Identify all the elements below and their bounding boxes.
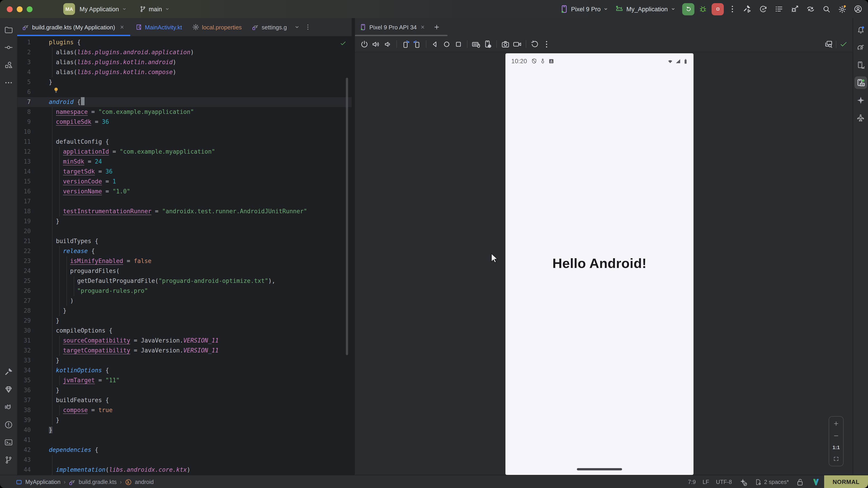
close-icon[interactable] (420, 24, 426, 30)
code-line[interactable]: 6 (17, 87, 352, 97)
code-line[interactable]: 42dependencies { (17, 445, 352, 455)
tool-stripe-commit-button[interactable] (2, 41, 15, 54)
code-line[interactable]: 35 jvmTarget = "11" (17, 376, 352, 385)
ai-assistant-off-icon[interactable] (739, 477, 748, 486)
volume-down-button[interactable] (382, 38, 394, 50)
code-line[interactable]: 28 } (17, 306, 352, 316)
stop-button[interactable] (712, 3, 724, 15)
hammer-play-icon[interactable] (743, 4, 752, 13)
breadcrumb-item[interactable]: android (125, 478, 154, 486)
code-line[interactable]: 5} (17, 77, 352, 87)
volume-up-button[interactable] (370, 38, 382, 50)
code-line[interactable]: 27 ) (17, 296, 352, 306)
code-line[interactable]: 43 (17, 455, 352, 465)
code-line[interactable]: 21 buildTypes { (17, 236, 352, 246)
code-line[interactable]: 17 (17, 197, 352, 206)
breadcrumb-item[interactable]: build.gradle.kts (69, 478, 117, 486)
tool-stripe-logcat-button[interactable] (2, 401, 15, 414)
device-tab[interactable]: Pixel 9 Pro API 34 (355, 18, 430, 36)
device-settings-button[interactable] (482, 38, 494, 50)
tool-stripe-shapes-button[interactable] (2, 59, 15, 71)
breadcrumb-item[interactable]: MyApplication (16, 478, 61, 486)
tool-stripe-gem-button[interactable] (2, 383, 15, 396)
editor-tab[interactable]: local.properties (187, 18, 247, 36)
reset-button[interactable] (529, 38, 541, 50)
rerun-button[interactable] (682, 3, 694, 15)
gear-dot-icon[interactable] (838, 4, 847, 13)
more-v-icon[interactable] (305, 24, 312, 31)
minimize-window-button[interactable] (17, 6, 23, 12)
tool-stripe-folder-button[interactable] (2, 24, 15, 36)
code-line[interactable]: 14 targetSdk = 36 (17, 167, 352, 177)
code-line[interactable]: 26 "proguard-rules.pro" (17, 286, 352, 296)
code-line[interactable]: 2 alias(libs.plugins.android.application… (17, 47, 352, 57)
zoom-out-icon[interactable] (833, 432, 839, 439)
add-device-tab-button[interactable] (430, 18, 443, 36)
code-line[interactable]: 1plugins { (17, 37, 352, 47)
screen-record-button[interactable] (511, 38, 523, 50)
emulator-screen[interactable]: 10:20 A Hello Android! (505, 53, 693, 475)
editor-splitter[interactable] (352, 18, 355, 475)
ui-check-icon[interactable] (824, 40, 833, 49)
intention-bulb-icon[interactable] (53, 87, 60, 97)
close-window-button[interactable] (7, 6, 13, 12)
code-line[interactable]: 18 testInstrumentationRunner = "androidx… (17, 206, 352, 217)
tool-stripe-bell-button[interactable] (855, 24, 867, 36)
code-line[interactable]: 10 (17, 127, 352, 137)
code-line[interactable]: 15 versionCode = 1 (17, 177, 352, 187)
user-icon[interactable] (854, 4, 863, 13)
search-icon[interactable] (822, 4, 831, 13)
code-line[interactable]: 8 namespace = "com.example.myapplication… (17, 107, 352, 117)
tool-stripe-more-h-button[interactable] (2, 76, 15, 89)
more-v-button[interactable] (541, 38, 553, 50)
rotate-left-button[interactable] (400, 38, 411, 50)
code-line[interactable]: 44 implementation(libs.androidx.core.ktx… (17, 465, 352, 475)
debug-icon[interactable] (699, 4, 708, 13)
indent-setting[interactable]: 2 spaces* (754, 478, 789, 486)
tool-stripe-problems-button[interactable] (2, 418, 15, 431)
ideavim-icon[interactable] (811, 477, 820, 486)
code-line[interactable]: 36 } (17, 385, 352, 395)
encoding[interactable]: UTF-8 (716, 479, 732, 485)
zoom-reset-button[interactable]: 1:1 (833, 445, 840, 450)
zoom-in-icon[interactable] (833, 420, 839, 427)
code-line[interactable]: 39 } (17, 415, 352, 425)
code-line[interactable]: 13 minSdk = 24 (17, 157, 352, 167)
caret-position[interactable]: 7:9 (688, 479, 696, 485)
check-icon[interactable] (839, 40, 848, 49)
code-line[interactable]: 37 buildFeatures { (17, 395, 352, 405)
home-button[interactable] (441, 38, 453, 50)
keyboard-button[interactable] (470, 38, 482, 50)
tool-stripe-running-devices-button[interactable] (855, 76, 867, 89)
editor-tab[interactable]: settings.g (247, 18, 292, 36)
bug-arrow-icon[interactable] (790, 4, 799, 13)
unlock-icon[interactable] (796, 477, 805, 486)
close-icon[interactable] (119, 24, 125, 30)
update-icon[interactable] (806, 4, 815, 13)
editor-scrollbar[interactable] (346, 78, 348, 355)
code-line[interactable]: 3 alias(libs.plugins.kotlin.android) (17, 57, 352, 67)
code-editor[interactable]: 1plugins {2 alias(libs.plugins.android.a… (17, 36, 352, 475)
code-line[interactable]: 34 kotlinOptions { (17, 365, 352, 376)
code-line[interactable]: 38 compose = true (17, 405, 352, 415)
code-line[interactable]: 4 alias(libs.plugins.kotlin.compose) (17, 67, 352, 77)
code-line[interactable]: 19 } (17, 217, 352, 226)
gesture-navigation-bar[interactable] (577, 468, 622, 470)
code-line[interactable]: 31 sourceCompatibility = JavaVersion.VER… (17, 336, 352, 346)
code-line[interactable]: 23 isMinifyEnabled = false (17, 256, 352, 266)
code-line[interactable]: 11 defaultConfig { (17, 137, 352, 147)
code-line[interactable]: 40} (17, 425, 352, 435)
code-line[interactable]: 9 compileSdk = 36 (17, 117, 352, 127)
branch-menu[interactable]: main (139, 5, 170, 13)
code-line[interactable]: 22 release { (17, 246, 352, 256)
editor-tab[interactable]: build.gradle.kts (My Application) (17, 18, 130, 36)
screenshot-button[interactable] (500, 38, 511, 50)
tool-stripe-terminal-button[interactable] (2, 436, 15, 449)
power-button[interactable] (359, 38, 370, 50)
code-line[interactable]: 25 getDefaultProguardFile("proguard-andr… (17, 276, 352, 286)
fit-to-window-icon[interactable] (833, 455, 839, 462)
code-line[interactable]: 20 (17, 226, 352, 236)
code-line[interactable]: 33 } (17, 356, 352, 365)
editor-tab[interactable]: MainActivity.kt (130, 18, 187, 36)
rotate-right-button[interactable] (411, 38, 423, 50)
